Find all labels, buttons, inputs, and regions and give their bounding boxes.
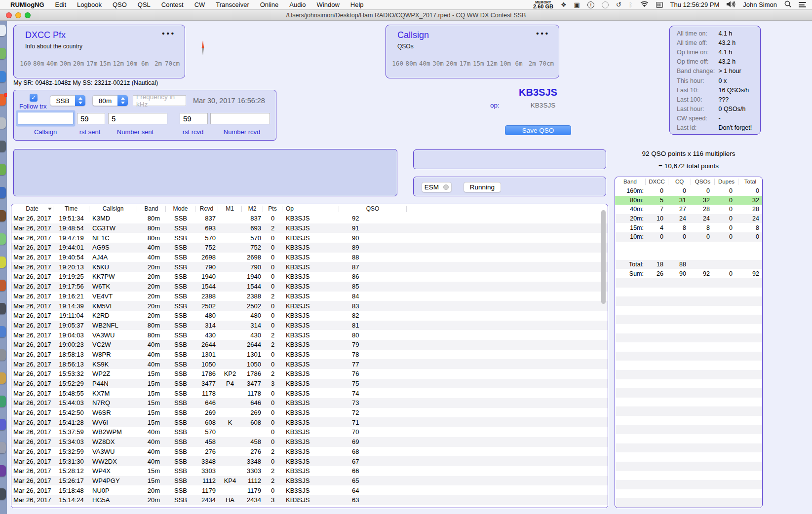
log-column-header[interactable]: M1 — [218, 206, 242, 212]
qso-log-row[interactable]: Mar 26, 201715:42:50W6SR15mSSB2692690KB3… — [11, 408, 608, 418]
dock-icon[interactable] — [0, 164, 6, 175]
log-column-header[interactable]: Time — [53, 206, 89, 212]
log-column-header[interactable]: QSO — [339, 206, 407, 212]
esm-button[interactable]: ESM — [422, 182, 452, 192]
log-column-header[interactable]: Date — [11, 206, 53, 212]
qso-log-row[interactable]: Mar 26, 201715:48:55KX7M15mSSB117811780K… — [11, 388, 608, 398]
qso-log-row[interactable]: Mar 26, 201719:47:19NE1C80mSSB5705700KB3… — [11, 233, 608, 243]
save-qso-button[interactable]: Save QSO — [505, 125, 571, 135]
menu-item[interactable]: CW — [189, 0, 211, 10]
qso-log-row[interactable]: Mar 26, 201719:44:01AG9S40mSSB7527520KB3… — [11, 243, 608, 253]
dock-icon[interactable] — [0, 372, 6, 384]
dock-icon[interactable] — [0, 465, 6, 477]
close-window-button[interactable] — [6, 12, 12, 18]
qso-log-row[interactable]: Mar 26, 201715:18:48NU0P20mSSB117911790K… — [11, 485, 608, 495]
alert-icon[interactable]: ! — [587, 1, 594, 8]
qso-log-row[interactable]: Mar 26, 201719:14:39KM5VI20mSSB250225020… — [11, 301, 608, 311]
qso-log-row[interactable]: Mar 26, 201715:44:03N7RQ15mSSB6466460KB3… — [11, 398, 608, 408]
number-sent-input[interactable]: 5 — [108, 113, 167, 124]
dock-icon[interactable] — [0, 187, 6, 198]
log-column-header[interactable]: Rcvd — [195, 206, 218, 212]
qso-log-row[interactable]: Mar 26, 201715:14:24HG5A20mSSB2434HA2434… — [11, 495, 608, 505]
qso-log-row[interactable]: Mar 26, 201719:19:25KK7PW20mSSB194019400… — [11, 272, 608, 282]
qso-log-row[interactable]: Mar 26, 201719:16:21VE4VT20mSSB238823882… — [11, 292, 608, 301]
qso-log-row[interactable]: Mar 26, 201715:10:04JR4M20mSSB260526052K… — [11, 505, 608, 508]
sort-descending-icon[interactable] — [48, 208, 52, 210]
qso-log-row[interactable]: Mar 26, 201719:11:04K2RD20mSSB4804800KB3… — [11, 311, 608, 321]
menu-item[interactable]: Help — [345, 0, 369, 10]
mode-select[interactable]: SSB — [50, 95, 85, 106]
menu-item[interactable]: QSO — [107, 0, 132, 10]
dock-icon[interactable] — [0, 280, 6, 291]
log-column-header[interactable]: Pts — [263, 206, 282, 212]
dock-icon[interactable] — [0, 488, 6, 500]
menu-clock[interactable]: Thu 12:56:29 PM — [670, 1, 720, 8]
qso-log-row[interactable]: Mar 26, 201715:31:30WW2DX40mSSB334833480… — [11, 456, 608, 466]
dock-icon[interactable] — [0, 326, 6, 337]
memory-indicator[interactable]: MEMORY 2.60 GB — [533, 0, 553, 9]
menu-item[interactable]: Audio — [284, 0, 311, 10]
menu-item[interactable]: QSL — [132, 0, 156, 10]
dock-icon[interactable] — [0, 233, 6, 245]
dock-icon[interactable] — [0, 419, 6, 430]
frequency-input[interactable]: Frequency in kHz — [133, 95, 186, 106]
rst-sent-input[interactable]: 59 — [77, 113, 105, 124]
qso-log-row[interactable]: Mar 26, 201719:40:54AJ4A40mSSB269826980K… — [11, 253, 608, 262]
search-icon[interactable] — [784, 0, 791, 9]
dock-icon[interactable] — [0, 25, 6, 36]
qso-log-row[interactable]: Mar 26, 201719:05:37WB2NFL80mSSB3143140K… — [11, 321, 608, 330]
menu-item-app[interactable]: RUMlogNG — [5, 0, 50, 10]
number-rcvd-input[interactable] — [210, 113, 270, 124]
qso-log-row[interactable]: Mar 26, 201719:00:23VC2W40mSSB264426442K… — [11, 340, 608, 350]
qso-log-row[interactable]: Mar 26, 201719:20:13K5KU20mSSB7907900KB3… — [11, 262, 608, 272]
qso-log-row[interactable]: Mar 26, 201715:41:28WV6I15mSSB608K6080KB… — [11, 417, 608, 427]
log-column-header[interactable]: M2 — [242, 206, 263, 212]
menu-item[interactable]: Transceiver — [210, 0, 254, 10]
menu-item[interactable]: Online — [255, 0, 284, 10]
notification-center-icon[interactable] — [799, 2, 806, 7]
messages-icon[interactable] — [602, 1, 609, 8]
log-column-header[interactable]: Callsign — [89, 206, 137, 212]
dock-icon[interactable] — [0, 349, 6, 361]
dxcc-panel-menu-button[interactable]: ••• — [162, 29, 176, 37]
wifi-icon[interactable] — [640, 1, 649, 9]
qso-log-row[interactable]: Mar 26, 201719:48:54CG3TW80mSSB6936932KB… — [11, 223, 608, 233]
log-column-header[interactable]: Op — [282, 206, 339, 212]
rst-rcvd-input[interactable]: 59 — [180, 113, 208, 124]
time-machine-icon[interactable]: ↺ — [616, 0, 621, 10]
dock-icon[interactable] — [0, 396, 6, 407]
volume-icon[interactable] — [727, 1, 735, 9]
menu-item[interactable]: Edit — [50, 0, 72, 10]
display-icon[interactable]: ▣ — [574, 0, 580, 10]
dock-icon[interactable] — [0, 257, 6, 268]
menu-item[interactable]: Logbook — [72, 0, 107, 10]
qso-log-row[interactable]: Mar 26, 201715:32:59VA3WU40mSSB2762762KB… — [11, 447, 608, 457]
callsign-input[interactable] — [18, 112, 74, 125]
follow-trx-checkbox[interactable]: ✓ — [30, 94, 38, 102]
minimize-window-button[interactable] — [15, 12, 21, 18]
qso-log-row[interactable]: Mar 26, 201718:58:13W8PR40mSSB130113010K… — [11, 350, 608, 360]
dock-icon[interactable] — [0, 141, 6, 152]
dock-icon[interactable] — [0, 117, 6, 129]
dock-icon[interactable] — [0, 71, 6, 82]
band-select[interactable]: 80m — [92, 95, 128, 106]
bluetooth-icon[interactable]: ᛒ — [629, 0, 633, 10]
dock-icon[interactable] — [0, 442, 6, 453]
log-column-header[interactable]: Band — [137, 206, 166, 212]
dock-icon[interactable] — [0, 303, 6, 314]
dock-icon[interactable] — [0, 48, 6, 59]
running-button[interactable]: Running — [464, 182, 501, 192]
menu-item[interactable]: Window — [311, 0, 345, 10]
qso-log-row[interactable]: Mar 26, 201715:37:59WB2WPM40mSSB5700KB3S… — [11, 427, 608, 437]
user-menu[interactable]: John Simon — [743, 1, 777, 8]
qso-log-row[interactable]: Mar 26, 201715:52:29P44N15mSSB3477P43477… — [11, 379, 608, 389]
dropbox-icon[interactable]: ❖ — [561, 0, 567, 10]
qso-log-row[interactable]: Mar 26, 201719:04:03VA3WU80mSSB4304302KB… — [11, 330, 608, 340]
qso-log-row[interactable]: Mar 26, 201715:34:03WZ8DX40mSSB4584580KB… — [11, 437, 608, 447]
qso-log-row[interactable]: Mar 26, 201719:17:56W6TK20mSSB154415440K… — [11, 282, 608, 292]
qso-log-row[interactable]: Mar 26, 201719:51:34K3MD80mSSB8378370KB3… — [11, 214, 608, 223]
dock-icon[interactable] — [0, 210, 6, 221]
menu-item[interactable]: Contest — [156, 0, 189, 10]
input-source-icon[interactable] — [656, 2, 663, 8]
zoom-window-button[interactable] — [25, 12, 31, 18]
